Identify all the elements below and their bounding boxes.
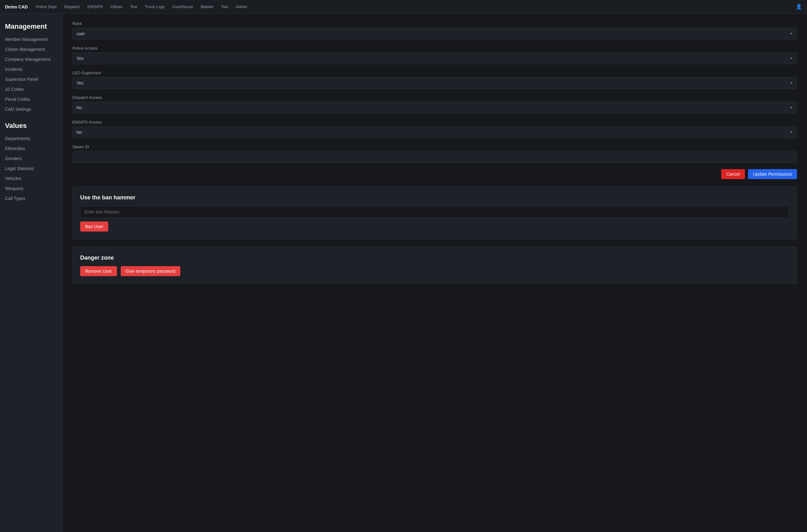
rank-select-wrapper: user admin moderator ▼ bbox=[72, 28, 797, 40]
nav-admin[interactable]: Admin bbox=[233, 3, 250, 10]
permissions-button-row: Cancel Update Permissions bbox=[72, 169, 797, 179]
police-access-label: Police Access bbox=[72, 46, 797, 51]
management-title: Management bbox=[0, 20, 62, 34]
dispatch-access-label: Dispatch Access bbox=[72, 95, 797, 100]
leo-supervisor-select-wrapper: Yes No ▼ bbox=[72, 77, 797, 89]
leo-supervisor-select[interactable]: Yes No bbox=[72, 77, 797, 89]
sidebar-item-member-management[interactable]: Member Management bbox=[0, 34, 62, 44]
rank-select-divider bbox=[787, 28, 787, 40]
danger-zone-section: Danger zone Remove User Give temporary p… bbox=[72, 247, 797, 284]
nav-bleeter[interactable]: Bleeter bbox=[197, 3, 216, 10]
police-access-select-wrapper: Yes No ▼ bbox=[72, 53, 797, 64]
sidebar-item-cad-settings[interactable]: CAD Settings bbox=[0, 104, 62, 114]
sidebar-item-legal-statuses[interactable]: Legal Statuses bbox=[0, 164, 62, 173]
sidebar-item-weapons[interactable]: Weapons bbox=[0, 184, 62, 193]
update-permissions-button[interactable]: Update Permissions bbox=[748, 169, 797, 179]
ban-section-title: Use the ban hammer bbox=[80, 194, 789, 201]
sidebar-item-supervisor-panel[interactable]: Supervisor Panel bbox=[0, 74, 62, 84]
ems-fd-access-select[interactable]: Yes No bbox=[72, 126, 797, 138]
nav-dispatch[interactable]: Dispatch bbox=[61, 3, 83, 10]
rank-group: Rank user admin moderator ▼ bbox=[72, 21, 797, 40]
brand: Demo CAD bbox=[5, 4, 28, 10]
steam-id-label: Steam ID bbox=[72, 145, 797, 149]
ems-fd-access-select-wrapper: Yes No ▼ bbox=[72, 126, 797, 138]
dispatch-access-select-wrapper: Yes No ▼ bbox=[72, 102, 797, 114]
steam-id-input[interactable] bbox=[72, 151, 797, 163]
sidebar-item-vehicles[interactable]: Vehicles bbox=[0, 173, 62, 184]
police-access-divider bbox=[787, 53, 787, 64]
sidebar-item-penal-codes[interactable]: Penal Codes bbox=[0, 94, 62, 104]
dispatch-access-select[interactable]: Yes No bbox=[72, 102, 797, 114]
leo-supervisor-group: LEO Supervisor Yes No ▼ bbox=[72, 71, 797, 89]
values-title: Values bbox=[0, 117, 62, 134]
nav-police-dept[interactable]: Police Dept bbox=[33, 3, 60, 10]
nav-taxi[interactable]: Taxi bbox=[218, 3, 231, 10]
ban-user-button[interactable]: Ban User bbox=[80, 222, 108, 231]
cancel-button[interactable]: Cancel bbox=[721, 169, 745, 179]
ems-fd-access-group: EMS/FD Access Yes No ▼ bbox=[72, 120, 797, 138]
main-layout: Management Member Management Citizen Man… bbox=[0, 14, 807, 532]
sidebar: Management Member Management Citizen Man… bbox=[0, 14, 62, 532]
nav-truck-logs[interactable]: Truck Logs bbox=[141, 3, 168, 10]
user-icon[interactable]: 👤 bbox=[796, 4, 802, 10]
dispatch-access-divider bbox=[787, 102, 787, 114]
sidebar-item-incidents[interactable]: Incidents bbox=[0, 64, 62, 74]
ban-reason-input[interactable] bbox=[80, 206, 789, 218]
ems-fd-access-divider bbox=[787, 126, 787, 138]
sidebar-item-genders[interactable]: Genders bbox=[0, 153, 62, 164]
sidebar-item-citizen-management[interactable]: Citizen Management bbox=[0, 44, 62, 54]
give-temp-password-button[interactable]: Give temporary password bbox=[121, 266, 180, 276]
ban-section: Use the ban hammer Ban User bbox=[72, 187, 797, 239]
nav-tow[interactable]: Tow bbox=[127, 3, 140, 10]
rank-select[interactable]: user admin moderator bbox=[72, 28, 797, 40]
steam-id-group: Steam ID bbox=[72, 145, 797, 163]
dispatch-access-group: Dispatch Access Yes No ▼ bbox=[72, 95, 797, 114]
danger-buttons-row: Remove User Give temporary password bbox=[80, 266, 789, 276]
sidebar-item-company-management[interactable]: Company Management bbox=[0, 54, 62, 64]
danger-zone-title: Danger zone bbox=[80, 254, 789, 261]
sidebar-item-call-types[interactable]: Call Types bbox=[0, 193, 62, 204]
sidebar-item-departments[interactable]: Departments bbox=[0, 134, 62, 144]
ems-fd-access-label: EMS/FD Access bbox=[72, 120, 797, 125]
topnav: Demo CAD Police Dept Dispatch EMS/FD Cit… bbox=[0, 0, 807, 14]
police-access-group: Police Access Yes No ▼ bbox=[72, 46, 797, 64]
nav-ems-fd[interactable]: EMS/FD bbox=[84, 3, 106, 10]
rank-label: Rank bbox=[72, 21, 797, 26]
remove-user-button[interactable]: Remove User bbox=[80, 266, 117, 276]
leo-supervisor-label: LEO Supervisor bbox=[72, 71, 797, 75]
nav-citizen[interactable]: Citizen bbox=[107, 3, 126, 10]
sidebar-item-ethnicities[interactable]: Ethnicities bbox=[0, 144, 62, 153]
main-content: Rank user admin moderator ▼ Police Acces… bbox=[62, 14, 807, 532]
sidebar-item-10-codes[interactable]: 10 Codes bbox=[0, 84, 62, 94]
police-access-select[interactable]: Yes No bbox=[72, 53, 797, 64]
nav-courthouse[interactable]: Courthouse bbox=[169, 3, 196, 10]
leo-supervisor-divider bbox=[787, 77, 787, 89]
